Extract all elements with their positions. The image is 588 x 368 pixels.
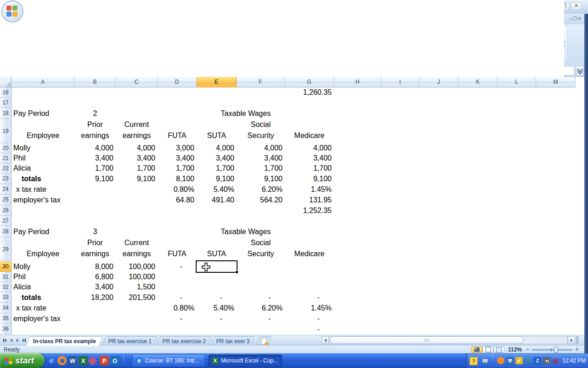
cell-G21[interactable]: 3,400 xyxy=(285,153,334,163)
cell-C20[interactable]: 4,000 xyxy=(116,143,157,153)
row-header-34[interactable]: 34 xyxy=(0,303,11,313)
cell-E35[interactable]: - xyxy=(197,313,236,324)
word-icon[interactable]: W xyxy=(68,356,77,365)
row-header-33[interactable]: 33 xyxy=(0,292,11,303)
cell-B29[interactable]: Prior earnings xyxy=(75,237,115,261)
hscroll-left-button[interactable] xyxy=(322,336,329,344)
cell-F35[interactable]: - xyxy=(237,313,284,324)
cell-G34[interactable]: 1.45% xyxy=(285,303,334,313)
cell-G24[interactable]: 1.45% xyxy=(285,184,334,195)
cell-E24[interactable]: 5.40% xyxy=(197,184,236,195)
row-header-26[interactable]: 26 xyxy=(0,205,11,216)
cell-F22[interactable]: 1,700 xyxy=(237,163,284,173)
cell-F34[interactable]: 6.20% xyxy=(237,303,284,313)
column-header-F[interactable]: F xyxy=(237,77,285,87)
cell-F24[interactable]: 6.20% xyxy=(237,184,284,195)
outlook-icon[interactable]: O xyxy=(110,356,119,365)
row-header-32[interactable]: 32 xyxy=(0,282,11,292)
cell-A22[interactable]: Alicia xyxy=(12,163,74,173)
cell-B22[interactable]: 1,700 xyxy=(75,163,115,173)
cell-A25[interactable]: employer's tax xyxy=(12,195,74,205)
safely-remove-hardware-icon[interactable] xyxy=(481,357,489,364)
cell-B28[interactable]: 3 xyxy=(75,226,115,237)
cell-A24[interactable]: x tax rate xyxy=(12,184,74,195)
select-all-corner[interactable] xyxy=(0,77,11,87)
cell-D25[interactable]: 64.80 xyxy=(158,195,196,205)
column-header-M[interactable]: M xyxy=(536,77,576,87)
row-header-21[interactable]: 21 xyxy=(0,153,11,163)
cell-G19[interactable]: Medicare xyxy=(285,119,334,143)
zoom-slider-thumb[interactable] xyxy=(554,347,558,353)
cell-G36[interactable]: - xyxy=(285,324,334,334)
cell-C32[interactable]: 1,500 xyxy=(116,282,157,292)
cell-F33[interactable]: - xyxy=(237,292,284,303)
cell-C30[interactable]: 100,000 xyxy=(116,261,157,272)
row-header-22[interactable]: 22 xyxy=(0,163,11,173)
cell-A29[interactable]: Employee xyxy=(12,237,74,261)
cell-E25[interactable]: 491.40 xyxy=(197,195,236,205)
shield-icon[interactable]: ✔ xyxy=(515,357,523,364)
cell-B18[interactable]: 2 xyxy=(75,108,115,119)
cell-F25[interactable]: 564.20 xyxy=(237,195,284,205)
cell-G23[interactable]: 9,100 xyxy=(285,173,334,184)
cell-A19[interactable]: Employee xyxy=(12,119,74,143)
cell-A32[interactable]: Alicia xyxy=(12,282,74,292)
cell-A18[interactable]: Pay Period xyxy=(12,108,74,119)
cell-G35[interactable]: - xyxy=(285,313,334,324)
letter-n-icon[interactable]: N xyxy=(552,357,560,364)
previous-sheet-button[interactable] xyxy=(8,337,14,344)
cell-A34[interactable]: x tax rate xyxy=(12,303,74,313)
cell-C31[interactable]: 100,000 xyxy=(116,272,157,282)
cell-B20[interactable]: 4,000 xyxy=(75,143,115,153)
cell-G33[interactable]: - xyxy=(285,292,334,303)
row-header-27[interactable]: 27 xyxy=(0,216,11,226)
cell-B19[interactable]: Prior earnings xyxy=(75,119,115,143)
cell-F20[interactable]: 4,000 xyxy=(237,143,284,153)
tab-split-handle[interactable] xyxy=(576,336,578,344)
row-header-31[interactable]: 31 xyxy=(0,272,11,282)
cell-D30[interactable]: - xyxy=(158,261,196,272)
row-header-23[interactable]: 23 xyxy=(0,173,11,184)
cell-E21[interactable]: 3,400 xyxy=(197,153,236,163)
cell-G25[interactable]: 131.95 xyxy=(285,195,334,205)
page-break-view-button[interactable] xyxy=(493,346,504,353)
cell-B23[interactable]: 9,100 xyxy=(75,173,115,184)
insert-worksheet-tab[interactable] xyxy=(256,336,272,346)
hscroll-right-button[interactable] xyxy=(568,336,575,344)
ie-icon[interactable]: e xyxy=(47,356,56,365)
cell-A20[interactable]: Molly xyxy=(12,143,74,153)
cell-A31[interactable]: Phil xyxy=(12,272,74,282)
sheet-tab-1[interactable]: In-class PR tax example xyxy=(26,336,103,346)
cell-E19[interactable]: SUTA xyxy=(197,119,236,143)
cell-C19[interactable]: Current earnings xyxy=(116,119,157,143)
cell-E33[interactable]: - xyxy=(197,292,236,303)
cell-D34[interactable]: 0.80% xyxy=(158,303,196,313)
cell-A35[interactable]: employer's tax xyxy=(12,313,74,324)
cell-A28[interactable]: Pay Period xyxy=(12,226,74,237)
cell-C21[interactable]: 3,400 xyxy=(116,153,157,163)
column-header-E[interactable]: E xyxy=(197,77,237,87)
volume-icon[interactable]: ◄) xyxy=(543,357,550,364)
excel-icon[interactable]: X xyxy=(79,356,88,365)
taskbar-window-course[interactable]: e Course: BT 165: Intr... xyxy=(132,355,205,367)
column-header-L[interactable]: L xyxy=(498,77,536,87)
cell-B21[interactable]: 3,400 xyxy=(75,153,115,163)
cell-A33[interactable]: totals xyxy=(12,292,74,303)
cell-A23[interactable]: totals xyxy=(12,173,74,184)
row-header-20[interactable]: 20 xyxy=(0,143,11,153)
zoom-slider-track[interactable] xyxy=(532,349,572,351)
cell-D33[interactable]: - xyxy=(158,292,196,303)
cell-G22[interactable]: 1,700 xyxy=(285,163,334,173)
column-header-B[interactable]: B xyxy=(74,77,116,87)
row-header-24[interactable]: 24 xyxy=(0,184,11,195)
cell-G20[interactable]: 4,000 xyxy=(285,143,334,153)
cell-D35[interactable]: - xyxy=(158,313,196,324)
start-button[interactable]: start xyxy=(0,353,45,368)
cell-D:G28[interactable]: Taxable Wages xyxy=(158,226,334,237)
row-header-19[interactable]: 19 xyxy=(0,119,11,143)
cell-A30[interactable]: Molly xyxy=(12,261,74,272)
question-icon[interactable]: ? xyxy=(469,357,478,365)
first-sheet-button[interactable] xyxy=(2,337,8,344)
fill-handle[interactable] xyxy=(235,270,238,273)
column-header-C[interactable]: C xyxy=(116,77,158,87)
